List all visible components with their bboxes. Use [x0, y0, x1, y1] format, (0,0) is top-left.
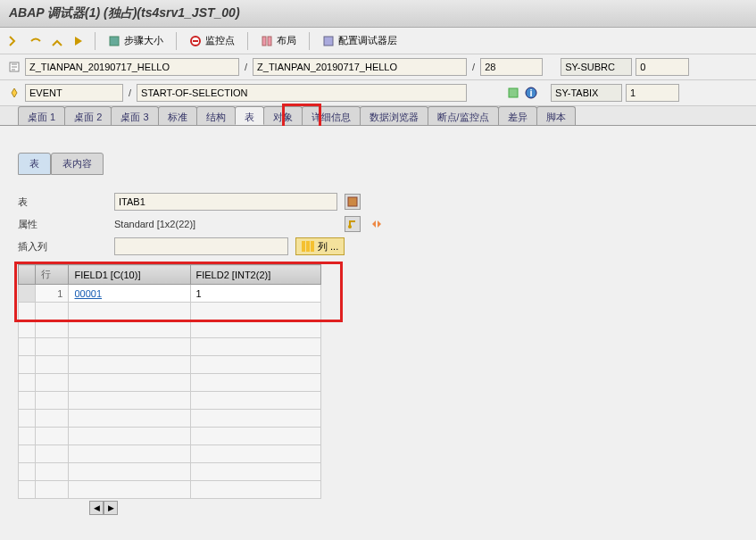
svg-rect-5: [324, 37, 333, 46]
separator: [309, 32, 310, 50]
step-over-icon[interactable]: [29, 34, 43, 48]
cell-field2[interactable]: 1: [190, 285, 321, 303]
columns-button-label: 列 ...: [318, 240, 338, 253]
line-field[interactable]: [480, 58, 543, 76]
tab-diff[interactable]: 差异: [498, 106, 537, 125]
scroll-right-icon[interactable]: ▶: [104, 501, 118, 515]
layout-button[interactable]: 布局: [257, 32, 300, 49]
sytabix-label-field: [551, 84, 622, 102]
table-row: [19, 320, 321, 338]
context1-field[interactable]: [25, 84, 123, 102]
table-row: [19, 463, 321, 481]
table-row: [19, 338, 321, 356]
svg-rect-3: [262, 37, 266, 46]
tab-breakpoint[interactable]: 断点/监控点: [428, 106, 499, 125]
tab-browser[interactable]: 数据浏览器: [360, 106, 428, 125]
nav-row-1: / /: [0, 54, 756, 80]
tab-standard[interactable]: 标准: [158, 106, 197, 125]
program2-field[interactable]: [253, 58, 467, 76]
table-input[interactable]: [114, 193, 337, 211]
col-field1[interactable]: FIELD1 [C(10)]: [69, 265, 190, 285]
continue-icon[interactable]: [71, 34, 86, 48]
step-into-icon[interactable]: [7, 34, 21, 48]
sysubrc-value-field[interactable]: [636, 58, 689, 76]
svg-rect-4: [268, 37, 271, 46]
step-size-button[interactable]: 步骤大小: [104, 32, 167, 49]
event-icon: [7, 86, 21, 100]
svg-rect-12: [302, 241, 305, 252]
sub-tabs: 表 表内容: [18, 153, 738, 175]
svg-rect-7: [509, 88, 518, 97]
program-icon: [7, 60, 21, 74]
data-grid: 行 FIELD1 [C(10)] FIELD2 [INT2(2)] 1 0000…: [18, 264, 738, 515]
info-icon[interactable]: i: [524, 86, 538, 100]
tab-desktop-1[interactable]: 桌面 1: [18, 106, 65, 125]
columns-button[interactable]: 列 ...: [295, 237, 345, 255]
insert-label: 插入列: [18, 240, 107, 253]
subtab-table[interactable]: 表: [18, 153, 51, 175]
table-row: [19, 303, 321, 320]
table-row: [19, 392, 321, 410]
table-row[interactable]: 1 00001 1: [19, 285, 321, 303]
layout-label: 布局: [277, 34, 296, 47]
attr-value: Standard [1x2(22)]: [114, 219, 337, 229]
content-area: 表 表内容 表 属性 Standard [1x2(22)] 插入列: [0, 126, 756, 540]
step-out-icon[interactable]: [50, 34, 64, 48]
gutter-header: [19, 265, 36, 285]
table-row: [19, 374, 321, 392]
step-size-label: 步骤大小: [124, 34, 163, 47]
main-tabs: 桌面 1 桌面 2 桌面 3 标准 结构 表 对象 详细信息 数据浏览器 断点/…: [0, 106, 756, 126]
svg-rect-2: [193, 40, 198, 42]
row-gutter: [19, 285, 36, 303]
sytabix-value-field[interactable]: [626, 84, 679, 102]
attr-action2-icon[interactable]: [368, 216, 384, 232]
divider: /: [470, 62, 477, 72]
svg-rect-14: [311, 241, 314, 252]
col-field2[interactable]: FIELD2 [INT2(2)]: [190, 265, 321, 285]
form-row-table: 表: [18, 193, 738, 211]
svg-rect-10: [348, 197, 357, 206]
nav-action-icon[interactable]: [506, 86, 520, 100]
sysubrc-label-field: [561, 58, 632, 76]
separator: [95, 32, 96, 50]
attr-label: 属性: [18, 218, 107, 231]
table-label: 表: [18, 195, 107, 209]
row-number: 1: [35, 285, 69, 303]
context2-field[interactable]: [137, 84, 467, 102]
separator: [247, 32, 248, 50]
cell-field1[interactable]: 00001: [69, 285, 190, 303]
form-row-insert: 插入列 列 ...: [18, 237, 738, 255]
insert-input[interactable]: [114, 237, 288, 255]
separator: [176, 32, 177, 50]
program1-field[interactable]: [25, 58, 239, 76]
col-row-num[interactable]: 行: [35, 265, 69, 285]
tab-desktop-3[interactable]: 桌面 3: [111, 106, 158, 125]
debugger-layer-label: 配置调试器层: [338, 34, 397, 47]
watchpoint-label: 监控点: [205, 34, 235, 47]
scroll-left-icon[interactable]: ◀: [89, 501, 104, 515]
tab-script[interactable]: 脚本: [536, 106, 576, 125]
tab-structure[interactable]: 结构: [196, 106, 236, 125]
table-help-icon[interactable]: [345, 194, 361, 210]
tab-desktop-2[interactable]: 桌面 2: [64, 106, 112, 125]
horizontal-scroller: ◀ ▶: [89, 501, 738, 515]
main-toolbar: 步骤大小 监控点 布局 配置调试器层: [0, 28, 756, 54]
window-title: ABAP 调试器(1) (独占)(ts4srv1_JST_00): [0, 0, 756, 28]
subtab-content[interactable]: 表内容: [51, 153, 104, 175]
debugger-layer-button[interactable]: 配置调试器层: [319, 32, 401, 49]
table-row: [19, 410, 321, 428]
attr-action1-icon[interactable]: [345, 216, 361, 232]
svg-rect-0: [110, 37, 119, 46]
divider: /: [127, 87, 133, 98]
svg-text:i: i: [530, 87, 533, 98]
nav-row-2: / i: [0, 80, 756, 106]
tab-detail[interactable]: 详细信息: [302, 106, 361, 125]
watchpoint-button[interactable]: 监控点: [186, 32, 238, 49]
svg-point-11: [348, 225, 352, 228]
svg-rect-13: [306, 241, 310, 252]
table-row: [19, 356, 321, 374]
table-row: [19, 445, 321, 463]
tab-object[interactable]: 对象: [263, 106, 303, 125]
form-row-attr: 属性 Standard [1x2(22)]: [18, 216, 738, 232]
tab-table[interactable]: 表: [235, 106, 264, 125]
